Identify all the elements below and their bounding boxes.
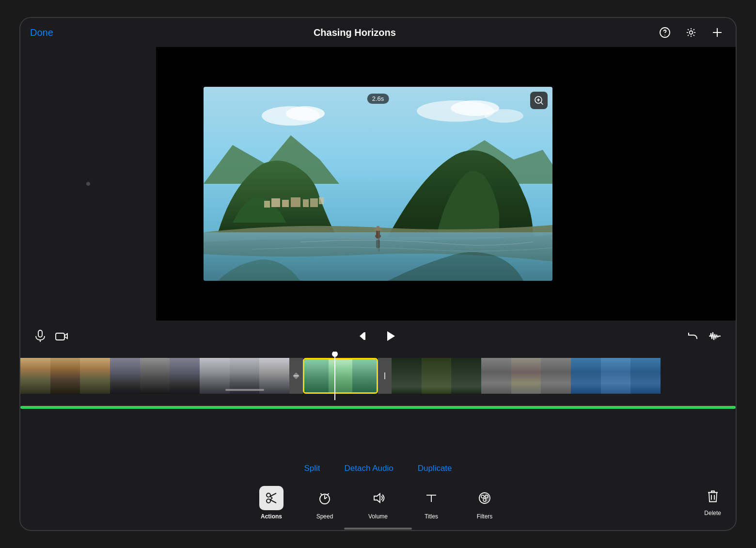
- toolbar-item-filters[interactable]: Filters: [468, 486, 502, 520]
- speed-label: Speed: [316, 513, 333, 520]
- clip-6-thumb-1: [481, 358, 511, 394]
- timeline-track: [20, 358, 736, 394]
- controls-right: [687, 330, 721, 342]
- filters-icon: [472, 486, 497, 510]
- svg-line-42: [270, 493, 277, 497]
- top-bar-center: Chasing Horizons: [314, 27, 396, 38]
- actions-label: Actions: [261, 513, 282, 520]
- volume-label: Volume: [368, 513, 388, 520]
- clip-2-thumb-3: [170, 358, 200, 394]
- duplicate-button[interactable]: Duplicate: [418, 464, 452, 473]
- zoom-button[interactable]: [530, 92, 548, 109]
- clip-7[interactable]: [571, 358, 661, 394]
- svg-marker-49: [374, 494, 380, 502]
- svg-marker-34: [360, 332, 364, 340]
- home-indicator: [20, 527, 736, 530]
- svg-rect-17: [319, 197, 324, 204]
- empty-timeline-area: [20, 415, 736, 458]
- microphone-button[interactable]: [35, 330, 46, 342]
- help-button[interactable]: [656, 24, 674, 41]
- transition-handle-left[interactable]: [289, 358, 303, 394]
- camera-button[interactable]: [55, 331, 68, 341]
- clip-2[interactable]: [110, 358, 200, 394]
- titles-icon: [419, 486, 443, 510]
- waveform-button[interactable]: [709, 330, 721, 342]
- clip-3-thumb-3: [259, 358, 289, 394]
- split-button[interactable]: Split: [304, 464, 320, 473]
- controls-left: [35, 330, 68, 342]
- toolbar-item-volume[interactable]: Volume: [361, 486, 395, 520]
- audio-track-area: [20, 400, 736, 415]
- svg-rect-30: [38, 330, 42, 337]
- left-sidebar: [20, 47, 156, 321]
- delete-button[interactable]: Delete: [704, 490, 721, 516]
- time-indicator: 2.6s: [367, 94, 389, 104]
- playhead: [334, 352, 335, 400]
- video-preview-area: 2.6s: [20, 47, 736, 321]
- rewind-button[interactable]: [359, 331, 369, 341]
- svg-rect-12: [271, 198, 280, 207]
- clip-3[interactable]: [200, 358, 289, 394]
- add-button[interactable]: [709, 24, 726, 41]
- clip-2-thumb-2: [140, 358, 170, 394]
- svg-point-40: [267, 493, 270, 497]
- top-bar: Done Chasing Horizons: [20, 18, 736, 47]
- clip-5-thumb-3: [451, 358, 481, 394]
- toolbar-item-titles[interactable]: Titles: [414, 486, 448, 520]
- clip-5-thumb-2: [422, 358, 452, 394]
- svg-point-53: [481, 495, 484, 498]
- svg-point-7: [286, 106, 325, 121]
- svg-rect-32: [56, 333, 64, 340]
- timeline-container: [20, 352, 736, 458]
- clip-1-thumb-3: [80, 358, 110, 394]
- svg-rect-15: [303, 199, 309, 207]
- controls-bar: [20, 321, 736, 352]
- svg-point-1: [664, 35, 665, 36]
- undo-button[interactable]: [687, 330, 699, 342]
- toolbar-item-actions[interactable]: Actions: [254, 486, 288, 520]
- play-button[interactable]: [384, 330, 396, 342]
- sidebar-dot-1: [86, 182, 90, 186]
- ipad-frame: Done Chasing Horizons: [19, 17, 737, 531]
- detach-audio-button[interactable]: Detach Audio: [345, 464, 394, 473]
- toolbar-items: Actions Speed: [254, 486, 502, 520]
- clip-6[interactable]: [481, 358, 571, 394]
- clip-1[interactable]: [20, 358, 110, 394]
- clip-4-thumb-1: [304, 359, 329, 392]
- top-bar-left: Done: [30, 27, 53, 38]
- audio-track-line: [20, 406, 736, 409]
- clip-7-thumb-3: [630, 358, 661, 394]
- clip-4-thumb-3: [352, 359, 377, 392]
- controls-center: [359, 330, 396, 342]
- delete-label: Delete: [704, 510, 721, 516]
- svg-rect-24: [376, 240, 380, 248]
- top-bar-right: [656, 24, 726, 41]
- svg-rect-16: [310, 198, 318, 207]
- svg-marker-36: [387, 331, 395, 341]
- settings-button[interactable]: [682, 24, 700, 41]
- transition-handle-right[interactable]: [378, 358, 392, 394]
- clip-1-thumb-2: [50, 358, 80, 394]
- timeline-area[interactable]: [20, 352, 736, 400]
- done-button[interactable]: Done: [30, 27, 53, 38]
- toolbar-item-speed[interactable]: Speed: [308, 486, 342, 520]
- svg-rect-22: [377, 226, 379, 230]
- video-scene-svg: [204, 87, 552, 281]
- clip-4-selected[interactable]: [303, 358, 378, 394]
- clip-5[interactable]: [392, 358, 481, 394]
- clip-3-thumb-1: [200, 358, 230, 394]
- clip-range-bar: [225, 389, 264, 391]
- svg-point-41: [267, 499, 270, 503]
- action-menu: Split Detach Audio Duplicate: [20, 458, 736, 479]
- delete-icon: [707, 490, 719, 507]
- svg-rect-13: [282, 200, 289, 207]
- clip-4-thumb-2: [329, 359, 353, 392]
- svg-line-27: [541, 102, 543, 105]
- bottom-toolbar: Actions Speed: [20, 479, 736, 527]
- speed-icon: [313, 486, 337, 510]
- svg-point-10: [485, 109, 523, 123]
- clip-6-thumb-3: [541, 358, 571, 394]
- video-preview: 2.6s: [204, 87, 552, 281]
- clip-5-thumb-1: [392, 358, 422, 394]
- svg-rect-14: [291, 197, 300, 207]
